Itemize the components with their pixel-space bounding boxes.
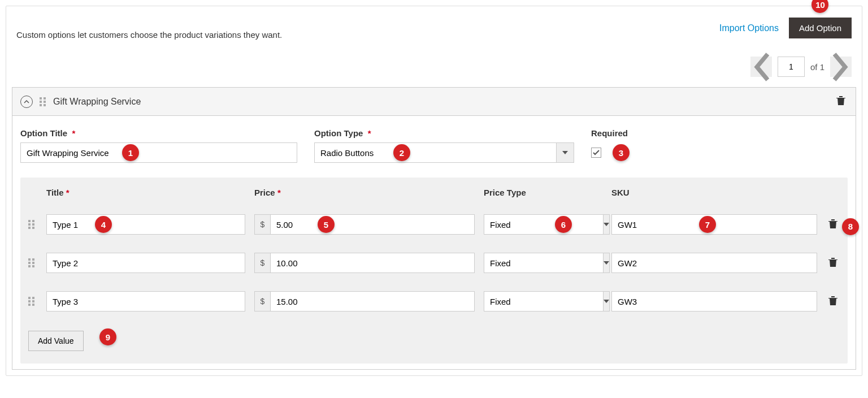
value-row: 4 $ 5 (20, 205, 848, 244)
currency-prefix: $ (254, 214, 270, 235)
delete-value-button[interactable] (826, 293, 840, 310)
value-sku-input[interactable] (611, 291, 817, 312)
chevron-down-icon (604, 261, 609, 265)
add-option-button[interactable]: Add Option 10 (789, 18, 852, 38)
check-icon (593, 150, 600, 155)
option-header: Gift Wrapping Service (12, 88, 856, 116)
top-bar: Custom options let customers choose the … (6, 6, 862, 51)
chevron-left-icon (750, 50, 772, 84)
collapse-button[interactable] (20, 96, 33, 108)
col-sku: SKU (611, 188, 817, 197)
price-type-select[interactable] (484, 253, 548, 273)
required-checkbox[interactable] (591, 148, 601, 158)
price-type-dropdown-button[interactable] (603, 253, 610, 273)
callout-2: 2 (393, 144, 410, 161)
currency-prefix: $ (254, 291, 270, 312)
delete-value-button[interactable] (826, 217, 840, 233)
value-price-input[interactable] (270, 214, 475, 235)
option-name: Gift Wrapping Service (53, 97, 827, 107)
trash-icon (828, 296, 837, 306)
drag-handle-icon[interactable] (40, 97, 46, 106)
callout-5: 5 (318, 216, 335, 233)
chevron-down-icon (604, 223, 609, 226)
col-title: Title * (46, 188, 254, 197)
option-type-select[interactable] (314, 142, 574, 163)
intro-text: Custom options let customers choose the … (16, 18, 282, 40)
value-price-input[interactable] (270, 291, 475, 312)
value-sku-input[interactable] (611, 253, 817, 273)
value-row: $ (20, 282, 848, 321)
pagination: of 1 (6, 51, 862, 87)
add-value-row: Add Value 9 (20, 321, 848, 364)
required-label: Required (591, 128, 628, 138)
trash-icon (828, 257, 837, 267)
drag-handle-icon[interactable] (28, 220, 35, 229)
required-field: Required 3 (591, 128, 628, 163)
callout-6: 6 (555, 216, 572, 233)
chevron-right-icon (830, 50, 852, 84)
value-title-input[interactable] (46, 214, 245, 235)
option-card: Gift Wrapping Service Option Title * 1 O… (12, 87, 856, 370)
callout-3: 3 (613, 144, 630, 161)
option-type-label: Option Type * (314, 128, 574, 138)
add-option-label: Add Option (799, 23, 841, 33)
callout-9: 9 (99, 328, 116, 345)
next-page-button[interactable] (830, 57, 852, 77)
page-input[interactable] (778, 57, 805, 77)
values-table: Title * Price * Price Type SKU 4 (20, 178, 848, 364)
price-type-value[interactable] (484, 214, 603, 235)
custom-options-panel: Custom options let customers choose the … (6, 6, 862, 376)
callout-8: 8 (842, 218, 859, 235)
col-price-type: Price Type (484, 188, 611, 197)
prev-page-button[interactable] (750, 57, 772, 77)
callout-1: 1 (122, 144, 139, 161)
trash-icon (836, 96, 845, 106)
page-count: of 1 (810, 62, 824, 72)
delete-option-button[interactable] (834, 93, 848, 110)
value-row: $ (20, 244, 848, 282)
drag-handle-icon[interactable] (28, 258, 35, 267)
chevron-up-icon (24, 99, 29, 105)
delete-value-button[interactable] (826, 255, 840, 271)
chevron-down-icon (562, 151, 568, 154)
option-type-field: Option Type * 2 (314, 128, 574, 163)
add-value-button[interactable]: Add Value (28, 331, 84, 351)
callout-10: 10 (811, 0, 828, 13)
value-title-input[interactable] (46, 253, 245, 273)
import-options-link[interactable]: Import Options (719, 23, 779, 33)
chevron-down-icon (604, 300, 609, 303)
option-title-input[interactable] (20, 142, 297, 163)
price-type-dropdown-button[interactable] (603, 214, 610, 235)
drag-handle-icon[interactable] (28, 297, 35, 306)
values-header: Title * Price * Price Type SKU (20, 178, 848, 205)
price-type-select[interactable] (484, 291, 548, 312)
option-type-value[interactable] (314, 142, 556, 163)
price-type-value[interactable] (484, 253, 603, 273)
top-actions: Import Options Add Option 10 (719, 18, 852, 38)
option-body: Option Title * 1 Option Type * (12, 116, 856, 369)
trash-icon (828, 219, 837, 229)
price-type-value[interactable] (484, 291, 603, 312)
option-type-dropdown-button[interactable] (556, 142, 574, 163)
price-type-select[interactable] (484, 214, 548, 235)
currency-prefix: $ (254, 253, 270, 273)
col-price: Price * (254, 188, 484, 197)
callout-7: 7 (699, 216, 716, 233)
price-type-dropdown-button[interactable] (603, 291, 610, 312)
value-price-input[interactable] (270, 253, 475, 273)
option-config-row: Option Title * 1 Option Type * (20, 128, 848, 163)
option-title-field: Option Title * 1 (20, 128, 297, 163)
value-title-input[interactable] (46, 291, 245, 312)
callout-4: 4 (95, 216, 112, 233)
option-title-label: Option Title * (20, 128, 297, 138)
